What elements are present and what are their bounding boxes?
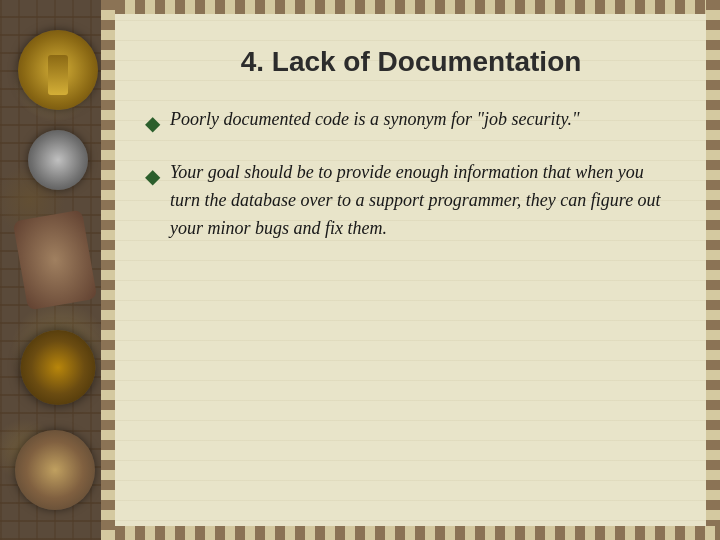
left-border-dash — [101, 0, 115, 540]
bullet-text-2: Your goal should be to provide enough in… — [170, 159, 677, 243]
diamond-icon-1: ◆ — [145, 108, 160, 139]
right-border-dash — [706, 0, 720, 540]
bottom-border-dash — [115, 526, 720, 540]
content-area: 4. Lack of Documentation ◆ Poorly docume… — [115, 0, 720, 540]
bullet-item-2: ◆ Your goal should be to provide enough … — [145, 159, 677, 243]
bullet-text-1: Poorly documented code is a synonym for … — [170, 106, 677, 134]
diamond-icon-2: ◆ — [145, 161, 160, 192]
top-border-dash — [115, 0, 720, 14]
bullet-item-1: ◆ Poorly documented code is a synonym fo… — [145, 106, 677, 139]
slide-title: 4. Lack of Documentation — [145, 46, 677, 78]
left-decorative-border — [0, 0, 115, 540]
slide: 4. Lack of Documentation ◆ Poorly docume… — [0, 0, 720, 540]
